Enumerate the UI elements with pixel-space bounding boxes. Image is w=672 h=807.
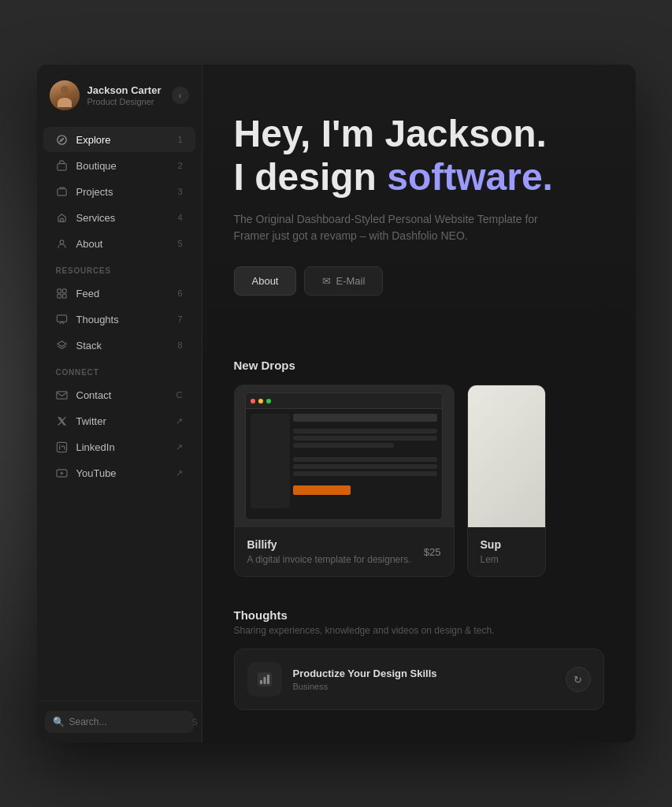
email-button[interactable]: ✉ E-Mail xyxy=(304,266,383,296)
sidebar-item-thoughts[interactable]: Thoughts 7 xyxy=(43,307,195,332)
contact-icon xyxy=(56,389,69,401)
twitter-badge: ↗ xyxy=(170,416,183,426)
desktop: Jackson Carter Product Designer ‹ xyxy=(0,0,672,807)
thought-tag: Business xyxy=(293,682,555,691)
hero-subtitle: The Original Dashboard-Styled Personal W… xyxy=(234,211,573,244)
drop-card-title: Billify xyxy=(247,538,411,551)
sidebar-item-linkedin[interactable]: LinkedIn ↗ xyxy=(43,434,195,459)
new-drops-title: New Drops xyxy=(234,359,604,372)
thought-info: Productize Your Design Skills Business xyxy=(293,668,555,691)
sidebar-item-about[interactable]: About 5 xyxy=(43,231,195,256)
svg-rect-14 xyxy=(260,680,262,684)
stack-label: Stack xyxy=(76,340,162,351)
sidebar-item-youtube[interactable]: YouTube ↗ xyxy=(43,460,195,485)
sidebar-item-explore[interactable]: Explore 1 xyxy=(43,127,195,152)
user-role: Product Designer xyxy=(87,97,164,106)
mock-content xyxy=(246,409,441,513)
youtube-label: YouTube xyxy=(76,467,162,479)
main-content: Hey, I'm Jackson. I design software. The… xyxy=(202,65,636,742)
drop-card-partial: Sup Lem xyxy=(467,385,546,577)
about-button[interactable]: About xyxy=(234,266,297,296)
sidebar-item-projects[interactable]: Projects 3 xyxy=(43,179,195,204)
stack-icon xyxy=(56,339,69,351)
sidebar-item-feed[interactable]: Feed 6 xyxy=(43,281,195,306)
thoughts-title: Thoughts xyxy=(234,608,604,622)
email-icon: ✉ xyxy=(322,275,331,287)
thoughts-header: Thoughts Sharing experiences, knowledge … xyxy=(234,608,604,636)
hero-line1: Hey, I'm Jackson. xyxy=(234,112,604,155)
contact-label: Contact xyxy=(76,389,162,401)
collapse-button[interactable]: ‹ xyxy=(172,87,189,104)
mock-dashboard xyxy=(245,392,442,520)
hero-title: Hey, I'm Jackson. I design software. xyxy=(234,112,604,199)
sidebar: Jackson Carter Product Designer ‹ xyxy=(37,65,202,742)
thoughts-label: Thoughts xyxy=(76,314,162,325)
drop-card-footer: Billify A digital invoice template for d… xyxy=(247,538,441,565)
resources-section-label: RESOURCES xyxy=(37,257,202,280)
svg-rect-16 xyxy=(267,675,269,684)
about-icon xyxy=(56,237,69,250)
svg-rect-5 xyxy=(58,288,61,292)
projects-badge: 3 xyxy=(170,187,183,196)
thought-action-button[interactable]: ↻ xyxy=(566,667,591,692)
drop-card-partial-info: Sup Lem xyxy=(468,527,545,576)
drop-card-billify[interactable]: Billify A digital invoice template for d… xyxy=(234,385,455,577)
search-input[interactable] xyxy=(69,716,187,727)
about-badge: 5 xyxy=(170,239,183,248)
thoughts-section: Thoughts Sharing experiences, knowledge … xyxy=(202,608,636,742)
feed-badge: 6 xyxy=(170,288,183,298)
drop-card-partial-desc: Lem xyxy=(481,554,533,565)
drop-card-details: Billify A digital invoice template for d… xyxy=(247,538,411,565)
sidebar-navigation: Explore 1 Boutique 2 xyxy=(37,123,202,701)
stack-badge: 8 xyxy=(170,340,183,350)
about-label: About xyxy=(76,238,162,250)
sidebar-item-services[interactable]: Services 4 xyxy=(43,205,195,230)
sidebar-item-stack[interactable]: Stack 8 xyxy=(43,333,195,358)
contact-badge: C xyxy=(170,390,183,400)
new-drops-section: New Drops xyxy=(202,359,636,608)
drop-card-partial-img xyxy=(468,385,545,527)
projects-icon xyxy=(56,185,69,198)
linkedin-badge: ↗ xyxy=(170,442,183,452)
svg-rect-15 xyxy=(263,677,265,684)
mock-topbar xyxy=(246,393,441,409)
explore-icon xyxy=(56,133,69,146)
app-window: Jackson Carter Product Designer ‹ xyxy=(37,65,636,742)
svg-point-0 xyxy=(58,135,66,143)
boutique-label: Boutique xyxy=(76,160,162,172)
sidebar-header: Jackson Carter Product Designer ‹ xyxy=(37,65,202,123)
drop-price: $25 xyxy=(424,546,441,558)
projects-label: Projects xyxy=(76,186,162,198)
svg-rect-1 xyxy=(58,163,66,169)
hero-line2: I design software. xyxy=(234,155,604,199)
sidebar-search: 🔍 S xyxy=(37,701,202,742)
thoughts-badge: 7 xyxy=(170,314,183,324)
hero-section: Hey, I'm Jackson. I design software. The… xyxy=(202,65,636,359)
youtube-icon xyxy=(56,467,69,479)
drop-card-desc: A digital invoice template for designers… xyxy=(247,554,411,565)
connect-section-label: CONNECT xyxy=(37,359,202,381)
sidebar-item-contact[interactable]: Contact C xyxy=(43,382,195,407)
hero-line2-accent: software. xyxy=(387,156,553,198)
explore-badge: 1 xyxy=(170,135,183,144)
services-label: Services xyxy=(76,212,162,224)
twitter-icon xyxy=(56,415,69,427)
refresh-icon: ↻ xyxy=(574,674,582,686)
sidebar-item-twitter[interactable]: Twitter ↗ xyxy=(43,408,195,433)
user-name: Jackson Carter xyxy=(87,84,164,98)
services-icon xyxy=(56,211,69,224)
thought-card[interactable]: Productize Your Design Skills Business ↻ xyxy=(234,649,604,710)
mock-sidebar-mini xyxy=(251,414,290,508)
svg-point-4 xyxy=(60,240,64,244)
thoughts-icon xyxy=(56,313,69,325)
mock-main-mini xyxy=(293,414,436,508)
sidebar-item-boutique[interactable]: Boutique 2 xyxy=(43,153,195,178)
drops-row: Billify A digital invoice template for d… xyxy=(234,385,604,577)
feed-label: Feed xyxy=(76,288,162,299)
hero-line2-plain: I design xyxy=(234,156,377,198)
boutique-icon xyxy=(56,159,69,172)
user-info: Jackson Carter Product Designer xyxy=(87,84,164,107)
drop-card-image xyxy=(235,385,454,527)
search-icon: 🔍 xyxy=(53,716,65,727)
svg-point-11 xyxy=(59,444,61,445)
